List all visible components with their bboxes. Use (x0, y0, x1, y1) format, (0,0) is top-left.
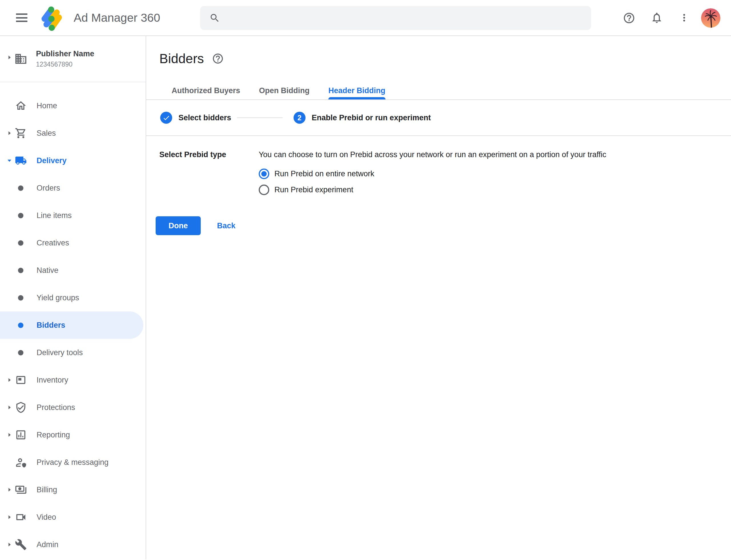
sidebar-item-label: Video (37, 513, 56, 522)
sidebar-item-sales[interactable]: Sales (0, 119, 146, 147)
bullet-icon (18, 323, 23, 328)
sidebar-item-yield-groups[interactable]: Yield groups (0, 284, 146, 311)
bullet-icon (18, 350, 23, 355)
chevron-down-icon (6, 157, 13, 164)
done-button[interactable]: Done (156, 216, 201, 235)
step-enable-prebid[interactable]: 2 Enable Prebid or run experiment (294, 112, 431, 124)
chevron-right-icon (6, 54, 13, 61)
step-2-label: Enable Prebid or run experiment (312, 113, 431, 122)
sidebar-item-label: Yield groups (37, 293, 79, 302)
sidebar-item-line-items[interactable]: Line items (0, 202, 146, 229)
sidebar-item-label: Admin (37, 540, 59, 549)
bar-chart-icon (15, 429, 27, 441)
chevron-right-icon (6, 486, 13, 493)
sidebar-item-label: Inventory (37, 376, 68, 385)
tab-header-bidding[interactable]: Header Bidding (319, 82, 395, 99)
form-field-label: Select Prebid type (159, 150, 259, 195)
publisher-info: Publisher Name 1234567890 (36, 49, 94, 68)
ad-unit-icon (15, 374, 27, 386)
chevron-right-icon (6, 376, 13, 384)
home-icon (15, 100, 27, 112)
shield-check-icon (15, 401, 27, 413)
search-input[interactable] (227, 6, 584, 30)
building-icon (14, 52, 27, 65)
chevron-right-icon (6, 404, 13, 411)
radio-label: Run Prebid experiment (275, 185, 353, 194)
sidebar-item-orders[interactable]: Orders (0, 174, 146, 202)
notifications-icon[interactable] (650, 11, 663, 24)
person-shield-icon (15, 456, 27, 468)
sidebar-item-label: Billing (37, 485, 57, 494)
chevron-right-icon (6, 513, 13, 521)
chevron-right-icon (6, 541, 13, 548)
cart-icon (15, 127, 27, 139)
sidebar-item-creatives[interactable]: Creatives (0, 229, 146, 257)
videocam-icon (15, 511, 27, 523)
page-help-icon[interactable] (212, 53, 224, 65)
search-icon (209, 13, 220, 23)
radio-unselected-icon (259, 185, 269, 195)
sidebar-item-privacy-messaging[interactable]: Privacy & messaging (0, 449, 146, 476)
sidebar-item-label: Native (37, 266, 59, 275)
publisher-id: 1234567890 (36, 61, 94, 68)
prebid-type-radio-group: Run Prebid on entire network Run Prebid … (259, 169, 606, 195)
main-content: Bidders Authorized Buyers Open Bidding H… (146, 36, 731, 559)
payments-icon (15, 484, 27, 496)
sidebar-item-label: Home (37, 101, 57, 110)
tab-bar: Authorized Buyers Open Bidding Header Bi… (146, 68, 731, 100)
radio-run-prebid-entire-network[interactable]: Run Prebid on entire network (259, 169, 606, 179)
search-bar[interactable] (200, 6, 591, 30)
publisher-name: Publisher Name (36, 49, 94, 58)
bullet-icon (18, 268, 23, 273)
sidebar-item-delivery-tools[interactable]: Delivery tools (0, 339, 146, 366)
app-header: Ad Manager 360 (0, 0, 731, 36)
page-title: Bidders (159, 51, 204, 66)
product-name: Ad Manager 360 (74, 11, 160, 25)
truck-icon (15, 155, 27, 167)
sidebar-item-label: Orders (37, 184, 60, 193)
sidebar-item-delivery[interactable]: Delivery (0, 147, 146, 174)
sidebar-item-label: Creatives (37, 239, 69, 247)
radio-label: Run Prebid on entire network (275, 169, 374, 178)
sidebar-item-protections[interactable]: Protections (0, 394, 146, 421)
sidebar-item-label: Privacy & messaging (37, 458, 109, 467)
help-icon[interactable] (623, 12, 635, 24)
stepper: Select bidders 2 Enable Prebid or run ex… (146, 100, 731, 136)
step-1-check-icon (160, 112, 172, 124)
avatar[interactable] (701, 8, 720, 28)
hamburger-menu-icon[interactable] (16, 13, 27, 22)
sidebar-item-label: Delivery (37, 156, 67, 165)
sidebar-item-video[interactable]: Video (0, 503, 146, 531)
step-2-number: 2 (294, 112, 306, 124)
more-vert-icon[interactable] (678, 12, 690, 23)
sidebar-item-reporting[interactable]: Reporting (0, 421, 146, 449)
wrench-icon (15, 539, 27, 551)
publisher-switcher[interactable]: Publisher Name 1234567890 (0, 36, 146, 82)
chevron-right-icon (6, 129, 13, 137)
bullet-icon (18, 185, 23, 191)
step-1-label: Select bidders (179, 113, 231, 122)
tab-authorized-buyers[interactable]: Authorized Buyers (162, 82, 250, 99)
sidebar-item-billing[interactable]: Billing (0, 476, 146, 503)
radio-run-prebid-experiment[interactable]: Run Prebid experiment (259, 185, 606, 195)
sidebar-item-label: Line items (37, 211, 72, 220)
sidebar-item-label: Bidders (37, 321, 65, 330)
bullet-icon (18, 213, 23, 218)
step-connector (237, 117, 283, 118)
chevron-right-icon (6, 431, 13, 439)
sidebar-nav: HomeSalesDeliveryOrdersLine itemsCreativ… (0, 82, 146, 558)
ad-manager-logo (41, 4, 67, 31)
sidebar: Publisher Name 1234567890 HomeSalesDeliv… (0, 36, 146, 559)
sidebar-item-label: Protections (37, 403, 75, 412)
sidebar-item-admin[interactable]: Admin (0, 531, 146, 558)
sidebar-item-bidders[interactable]: Bidders (0, 311, 143, 339)
bullet-icon (18, 240, 23, 246)
sidebar-item-home[interactable]: Home (0, 92, 146, 119)
tab-open-bidding[interactable]: Open Bidding (250, 82, 319, 99)
bullet-icon (18, 295, 23, 301)
back-link[interactable]: Back (217, 221, 236, 230)
sidebar-item-native[interactable]: Native (0, 257, 146, 284)
step-select-bidders[interactable]: Select bidders (160, 112, 231, 124)
sidebar-item-inventory[interactable]: Inventory (0, 366, 146, 394)
sidebar-item-label: Reporting (37, 431, 70, 439)
